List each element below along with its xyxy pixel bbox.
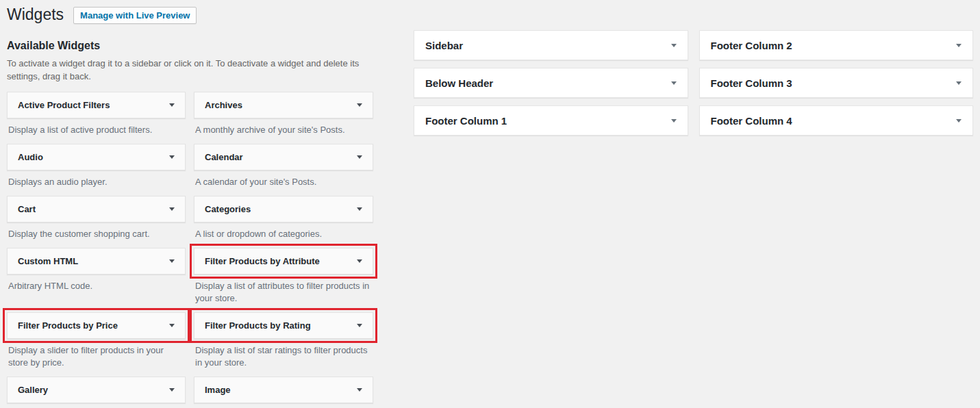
- chevron-down-icon[interactable]: [357, 388, 362, 392]
- widget-title: Archives: [205, 100, 242, 110]
- widget-description: Display a list of attributes to filter p…: [195, 280, 373, 305]
- chevron-down-icon[interactable]: [169, 388, 175, 392]
- widget-card-active-product-filters[interactable]: Active Product Filters: [7, 92, 186, 118]
- widget-description: A list or dropdown of categories.: [195, 228, 373, 240]
- chevron-down-icon[interactable]: [169, 259, 175, 263]
- chevron-down-icon[interactable]: [169, 103, 175, 107]
- chevron-down-icon[interactable]: [357, 207, 362, 211]
- widget-title: Categories: [205, 204, 251, 214]
- widget-title: Gallery: [18, 385, 48, 395]
- widget-card-gallery[interactable]: Gallery: [7, 377, 186, 403]
- widget-cell-active-product-filters: Active Product Filters Display a list of…: [7, 92, 186, 136]
- widget-card-categories[interactable]: Categories: [194, 196, 373, 222]
- widget-card-cart[interactable]: Cart: [7, 196, 186, 222]
- widget-cell-image: Image: [194, 377, 373, 408]
- sidebar-areas-column-1: Sidebar Below Header Footer Column 1: [414, 30, 688, 136]
- sidebar-area-label: Footer Column 3: [711, 77, 792, 89]
- widget-cell-gallery: Gallery: [7, 377, 186, 408]
- sidebar-area-label: Sidebar: [425, 40, 463, 51]
- content: Available Widgets To activate a widget d…: [7, 25, 973, 408]
- widget-description: Display a list of star ratings to filter…: [195, 344, 373, 369]
- widget-title: Custom HTML: [18, 256, 78, 266]
- widget-title: Audio: [18, 152, 43, 162]
- widget-description: Display a slider to filter products in y…: [8, 344, 186, 369]
- sidebar-areas-panel: Sidebar Below Header Footer Column 1 Foo…: [414, 30, 973, 136]
- chevron-down-icon[interactable]: [169, 155, 175, 159]
- page-title-row: Widgets Manage with Live Preview: [7, 5, 973, 25]
- widget-card-filter-products-by-price[interactable]: Filter Products by Price: [7, 312, 186, 339]
- widget-cell-calendar: Calendar A calendar of your site's Posts…: [194, 144, 373, 188]
- chevron-down-icon[interactable]: [169, 324, 175, 327]
- available-widgets-heading: Available Widgets: [7, 40, 373, 52]
- widget-description: A monthly archive of your site's Posts.: [195, 124, 373, 136]
- widget-title: Calendar: [205, 152, 243, 162]
- sidebar-area-footer-column-1[interactable]: Footer Column 1: [414, 105, 688, 136]
- widget-description: Display a list of active product filters…: [8, 124, 186, 136]
- widget-title: Filter Products by Price: [18, 320, 118, 331]
- widget-grid: Active Product Filters Display a list of…: [7, 92, 373, 408]
- widget-cell-cart: Cart Display the customer shopping cart.: [7, 196, 186, 240]
- sidebar-area-label: Footer Column 2: [711, 40, 792, 51]
- widget-cell-custom-html: Custom HTML Arbitrary HTML code.: [7, 248, 186, 292]
- sidebar-area-footer-column-4[interactable]: Footer Column 4: [699, 105, 974, 136]
- chevron-down-icon[interactable]: [671, 44, 677, 47]
- widget-cell-archives: Archives A monthly archive of your site'…: [194, 92, 373, 136]
- sidebar-area-label: Footer Column 1: [425, 115, 507, 127]
- widget-cell-categories: Categories A list or dropdown of categor…: [194, 196, 373, 240]
- chevron-down-icon[interactable]: [956, 119, 962, 123]
- widget-description: Displays an audio player.: [8, 176, 186, 188]
- widgets-admin-page: Widgets Manage with Live Preview Availab…: [0, 0, 980, 408]
- available-widgets-description: To activate a widget drag it to a sideba…: [7, 58, 373, 84]
- widget-card-calendar[interactable]: Calendar: [194, 144, 373, 170]
- chevron-down-icon[interactable]: [671, 81, 677, 85]
- sidebar-area-label: Below Header: [425, 77, 493, 89]
- chevron-down-icon[interactable]: [357, 259, 362, 263]
- widget-title: Active Product Filters: [18, 100, 110, 110]
- chevron-down-icon[interactable]: [671, 119, 677, 123]
- widget-cell-audio: Audio Displays an audio player.: [7, 144, 186, 188]
- widget-title: Image: [205, 385, 231, 395]
- widget-cell-filter-products-by-attribute: Filter Products by Attribute Display a l…: [194, 248, 373, 305]
- widget-title: Filter Products by Attribute: [205, 256, 320, 266]
- page-title: Widgets: [7, 5, 64, 25]
- chevron-down-icon[interactable]: [169, 207, 175, 211]
- chevron-down-icon[interactable]: [956, 81, 962, 85]
- sidebar-area-footer-column-2[interactable]: Footer Column 2: [699, 30, 974, 60]
- sidebar-area-sidebar[interactable]: Sidebar: [414, 30, 688, 60]
- chevron-down-icon[interactable]: [357, 155, 362, 159]
- widget-card-filter-products-by-attribute[interactable]: Filter Products by Attribute: [194, 248, 373, 275]
- widget-title: Cart: [18, 204, 36, 214]
- widget-description: Display the customer shopping cart.: [8, 228, 186, 240]
- widget-card-archives[interactable]: Archives: [194, 92, 373, 118]
- sidebar-area-footer-column-3[interactable]: Footer Column 3: [699, 68, 974, 98]
- widget-cell-filter-products-by-price: Filter Products by Price Display a slide…: [7, 312, 186, 369]
- widget-card-image[interactable]: Image: [194, 377, 373, 403]
- widget-description: A calendar of your site's Posts.: [195, 176, 373, 188]
- widget-description: Arbitrary HTML code.: [8, 280, 186, 292]
- sidebar-area-label: Footer Column 4: [711, 115, 792, 127]
- chevron-down-icon[interactable]: [357, 103, 362, 107]
- widget-card-custom-html[interactable]: Custom HTML: [7, 248, 186, 275]
- sidebar-areas-column-2: Footer Column 2 Footer Column 3 Footer C…: [699, 30, 974, 136]
- manage-live-preview-button[interactable]: Manage with Live Preview: [73, 7, 197, 24]
- sidebar-area-below-header[interactable]: Below Header: [414, 68, 688, 98]
- widget-card-audio[interactable]: Audio: [7, 144, 186, 170]
- widget-cell-filter-products-by-rating: Filter Products by Rating Display a list…: [194, 312, 373, 369]
- chevron-down-icon[interactable]: [956, 44, 962, 47]
- widget-title: Filter Products by Rating: [205, 320, 311, 331]
- chevron-down-icon[interactable]: [357, 324, 362, 327]
- available-widgets-panel: Available Widgets To activate a widget d…: [7, 25, 373, 408]
- widget-card-filter-products-by-rating[interactable]: Filter Products by Rating: [194, 312, 373, 339]
